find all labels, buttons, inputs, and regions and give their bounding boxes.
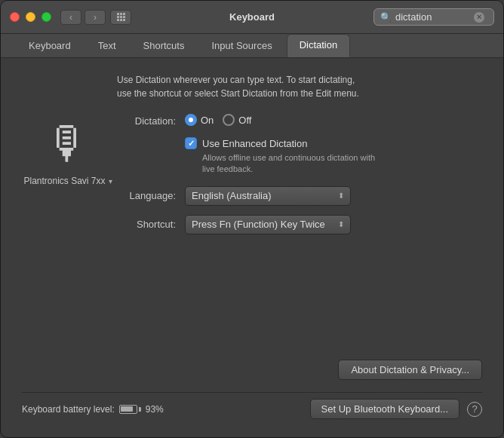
dictation-radio-group: On Off: [185, 114, 251, 126]
tab-text[interactable]: Text: [85, 35, 129, 57]
checkmark-icon: ✓: [188, 139, 195, 148]
shortcut-dropdown[interactable]: Press Fn (Function) Key Twice ⬍: [185, 215, 351, 234]
enhanced-checkbox-row[interactable]: ✓ Use Enhanced Dictation: [185, 137, 375, 149]
dictation-off-option[interactable]: Off: [223, 114, 251, 126]
description-line1: Use Dictation wherever you can type text…: [117, 75, 355, 85]
mic-device-label: Plantronics Savi 7xx: [23, 176, 105, 186]
tab-keyboard[interactable]: Keyboard: [16, 35, 84, 57]
dictation-on-option[interactable]: On: [185, 114, 214, 126]
enhanced-spacer: [117, 137, 185, 139]
battery-body: [119, 405, 137, 414]
tab-input-sources[interactable]: Input Sources: [198, 35, 284, 57]
bottom-bar: About Dictation & Privacy... Keyboard ba…: [19, 360, 485, 422]
shortcut-value: Press Fn (Function) Key Twice: [192, 219, 325, 230]
tabs-bar: Keyboard Text Shortcuts Input Sources Di…: [1, 34, 503, 58]
settings-side: Dictation: On Off: [117, 114, 485, 244]
help-button[interactable]: ?: [467, 402, 482, 417]
enhanced-desc-line2: live feedback.: [202, 164, 253, 173]
search-icon: 🔍: [380, 12, 392, 23]
minimize-button[interactable]: [26, 12, 35, 22]
enhanced-dictation-row: ✓ Use Enhanced Dictation Allows offline …: [117, 137, 485, 176]
enhanced-description: Allows offline use and continuous dictat…: [202, 152, 375, 176]
bottom-buttons: Set Up Bluetooth Keyboard... ?: [310, 399, 482, 419]
main-row: 🎙 Plantronics Savi 7xx ▾ Dictation:: [19, 114, 485, 244]
shortcut-label: Shortcut:: [117, 219, 185, 230]
about-btn-row: About Dictation & Privacy...: [22, 360, 482, 380]
enhanced-dictation-content: ✓ Use Enhanced Dictation Allows offline …: [185, 137, 375, 176]
enhanced-checkbox[interactable]: ✓: [185, 137, 197, 149]
setup-bluetooth-button[interactable]: Set Up Bluetooth Keyboard...: [310, 399, 459, 419]
battery-info: Keyboard battery level: 93%: [22, 404, 164, 415]
traffic-lights: [10, 12, 51, 22]
enhanced-label: Use Enhanced Dictation: [202, 138, 307, 149]
mic-chevron-icon: ▾: [109, 177, 112, 185]
battery-fill: [121, 406, 133, 412]
battery-percent: 93%: [146, 404, 164, 415]
mic-side: 🎙 Plantronics Savi 7xx ▾: [19, 114, 117, 244]
battery-icon: [119, 405, 141, 414]
mic-device-selector[interactable]: Plantronics Savi 7xx ▾: [23, 176, 112, 186]
language-row: Language: English (Australia) ⬍: [117, 186, 485, 206]
nav-buttons: ‹ ›: [60, 10, 106, 25]
main-window: ‹ › Keyboard 🔍 ✕ Keyboard Text Shortcuts…: [0, 0, 504, 438]
status-bar: Keyboard battery level: 93% Set Up Bluet…: [22, 392, 482, 422]
off-label: Off: [238, 115, 251, 126]
grid-button[interactable]: [110, 10, 131, 25]
search-clear-button[interactable]: ✕: [474, 12, 484, 23]
language-dropdown-arrow: ⬍: [338, 191, 344, 200]
enhanced-desc-line1: Allows offline use and continuous dictat…: [202, 153, 375, 162]
tab-dictation[interactable]: Dictation: [287, 34, 351, 57]
search-box[interactable]: 🔍 ✕: [373, 8, 494, 26]
battery-tip: [139, 407, 141, 412]
dictation-label: Dictation:: [117, 114, 185, 127]
dictation-on-radio[interactable]: [185, 114, 197, 126]
forward-button[interactable]: ›: [85, 10, 106, 25]
maximize-button[interactable]: [41, 12, 51, 22]
shortcut-row: Shortcut: Press Fn (Function) Key Twice …: [117, 215, 485, 234]
about-dictation-button[interactable]: About Dictation & Privacy...: [338, 360, 482, 380]
description-line2: use the shortcut or select Start Dictati…: [117, 88, 359, 99]
language-value: English (Australia): [192, 190, 272, 201]
grid-icon: [117, 13, 125, 21]
close-button[interactable]: [10, 12, 20, 22]
titlebar: ‹ › Keyboard 🔍 ✕: [1, 1, 503, 34]
battery-label: Keyboard battery level:: [22, 404, 115, 415]
on-label: On: [201, 115, 214, 126]
dictation-off-radio[interactable]: [223, 114, 235, 126]
description: Use Dictation wherever you can type text…: [117, 73, 485, 100]
shortcut-dropdown-arrow: ⬍: [338, 220, 344, 228]
language-dropdown[interactable]: English (Australia) ⬍: [185, 186, 351, 206]
window-title: Keyboard: [229, 11, 275, 23]
tab-shortcuts[interactable]: Shortcuts: [131, 35, 198, 57]
search-input[interactable]: [395, 11, 471, 23]
dictation-toggle-row: Dictation: On Off: [117, 114, 485, 127]
main-content: Use Dictation wherever you can type text…: [1, 58, 503, 437]
language-label: Language:: [117, 190, 185, 201]
microphone-icon: 🎙: [45, 121, 91, 167]
radio-inner-dot: [189, 118, 193, 122]
back-button[interactable]: ‹: [60, 10, 81, 25]
